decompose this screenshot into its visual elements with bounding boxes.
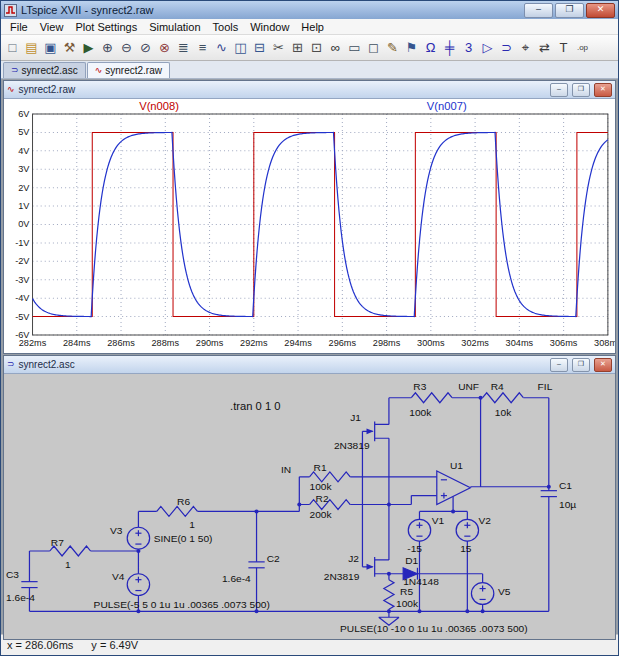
move-button[interactable]: ⌖ xyxy=(516,37,535,58)
menu-file[interactable]: File xyxy=(4,21,34,33)
run-button[interactable]: ▶ xyxy=(79,37,98,58)
menu-help[interactable]: Help xyxy=(295,21,330,33)
value-C1[interactable]: 10µ xyxy=(559,500,576,511)
voltage-source-V5[interactable] xyxy=(471,583,493,605)
value-R1[interactable]: 100k xyxy=(310,481,333,492)
value-V1[interactable]: -15 xyxy=(407,543,422,554)
value-V5[interactable]: PULSE(10 -10 0 1u 1u .00365 .0073 500) xyxy=(340,623,528,634)
label-C2[interactable]: C2 xyxy=(267,553,280,564)
value-R4[interactable]: 10k xyxy=(495,407,512,418)
menu-simulation[interactable]: Simulation xyxy=(143,21,206,33)
new-schematic-button[interactable]: □ xyxy=(3,37,22,58)
cut-button[interactable]: ✂ xyxy=(269,37,288,58)
component-button[interactable]: ⊃ xyxy=(497,37,516,58)
label-V3[interactable]: V3 xyxy=(110,525,123,536)
find-button[interactable]: ∞ xyxy=(326,37,345,58)
menu-window[interactable]: Window xyxy=(244,21,295,33)
capacitor-C2[interactable] xyxy=(248,562,264,568)
voltage-source-V3[interactable] xyxy=(127,527,149,549)
value-R6[interactable]: 1 xyxy=(189,519,195,530)
draw-wire-button[interactable]: ✎ xyxy=(383,37,402,58)
schematic-window-titlebar[interactable]: ⊃ synrect2.asc – ❐ ✕ xyxy=(4,356,615,374)
label-C3[interactable]: C3 xyxy=(6,569,19,580)
voltage-source-V1[interactable] xyxy=(408,519,430,541)
label-R2[interactable]: R2 xyxy=(316,493,329,504)
waveform-plot-area[interactable]: 282ms284ms286ms288ms290ms292ms294ms296ms… xyxy=(4,99,615,353)
schem-minimize-button[interactable]: – xyxy=(550,358,568,372)
label-R1[interactable]: R1 xyxy=(314,462,327,473)
value-D1[interactable]: 1N4148 xyxy=(403,576,439,587)
paste-button[interactable]: ⊡ xyxy=(307,37,326,58)
value-R2[interactable]: 200k xyxy=(310,509,333,520)
label-R3[interactable]: R3 xyxy=(413,381,426,392)
label-R5[interactable]: R5 xyxy=(400,587,413,598)
plot-minimize-button[interactable]: – xyxy=(550,83,568,97)
label-net-button[interactable]: ⚑ xyxy=(402,37,421,58)
schem-restore-button[interactable]: ❐ xyxy=(572,358,590,372)
print-preview-button[interactable]: ◻ xyxy=(364,37,383,58)
tab-synrect2.asc[interactable]: ⊃synrect2.asc xyxy=(3,62,86,78)
schematic-canvas-area[interactable]: .tran 0 1 0 R3 100k UNF R4 10k FIL J1 2N… xyxy=(4,374,615,639)
open-button[interactable]: ▤ xyxy=(22,37,41,58)
value-R5[interactable]: 100k xyxy=(396,598,419,609)
resistor-R3[interactable] xyxy=(411,393,452,403)
zoom-out-button[interactable]: ⊘ xyxy=(136,37,155,58)
legend-V(n008)[interactable]: V(n008) xyxy=(139,100,179,112)
capacitor-C3[interactable] xyxy=(21,582,37,588)
label-D1[interactable]: D1 xyxy=(405,555,418,566)
print-button[interactable]: ▭ xyxy=(345,37,364,58)
capacitor-C1[interactable] xyxy=(541,491,557,497)
net-label-UNF[interactable]: UNF xyxy=(458,381,479,392)
plot-restore-button[interactable]: ❐ xyxy=(572,83,590,97)
voltage-source-V4[interactable] xyxy=(127,574,149,596)
label-J1[interactable]: J1 xyxy=(350,413,361,424)
value-R3[interactable]: 100k xyxy=(409,407,432,418)
resistor-R5[interactable] xyxy=(384,580,394,610)
value-C3[interactable]: 1.6e-4 xyxy=(6,593,35,604)
value-C2[interactable]: 1.6e-4 xyxy=(222,573,251,584)
tile-horizontal-button[interactable]: ⊟ xyxy=(250,37,269,58)
maximize-button[interactable]: ❐ xyxy=(555,3,584,18)
schem-close-button[interactable]: ✕ xyxy=(594,358,612,372)
label-J2[interactable]: J2 xyxy=(348,553,359,564)
waveform-plot-canvas[interactable]: 282ms284ms286ms288ms290ms292ms294ms296ms… xyxy=(4,99,615,353)
close-button[interactable]: ✕ xyxy=(586,3,615,18)
resistor-R4[interactable] xyxy=(483,393,524,403)
control-panel-button[interactable]: ⚒ xyxy=(60,37,79,58)
label-U1[interactable]: U1 xyxy=(450,460,463,471)
value-V2[interactable]: 15 xyxy=(460,543,472,554)
text-button[interactable]: T xyxy=(554,37,573,58)
label-R7[interactable]: R7 xyxy=(51,537,64,548)
resistor-button[interactable]: Ω xyxy=(421,37,440,58)
capacitor-button[interactable]: ╪ xyxy=(440,37,459,58)
copy-button[interactable]: ⊞ xyxy=(288,37,307,58)
label-R4[interactable]: R4 xyxy=(491,381,504,392)
legend-V(n007)[interactable]: V(n007) xyxy=(427,100,467,112)
plot-close-button[interactable]: ✕ xyxy=(594,83,612,97)
minimize-button[interactable]: – xyxy=(524,3,553,18)
label-V5[interactable]: V5 xyxy=(498,587,511,598)
label-V1[interactable]: V1 xyxy=(432,515,445,526)
menu-view[interactable]: View xyxy=(34,21,70,33)
resistor-R6[interactable] xyxy=(157,507,198,517)
spice-directive-button[interactable]: .op xyxy=(573,37,592,58)
jfet-J1[interactable] xyxy=(367,428,374,434)
value-V4[interactable]: PULSE(-5 5 0 1u 1u .00365 .0073 500) xyxy=(94,599,270,610)
inductor-button[interactable]: 3 xyxy=(459,37,478,58)
value-J1[interactable]: 2N3819 xyxy=(334,440,370,451)
schematic-wires[interactable] xyxy=(29,398,548,625)
error-log-button[interactable]: ≡ xyxy=(193,37,212,58)
value-J2[interactable]: 2N3819 xyxy=(324,571,360,582)
jfet-J2[interactable] xyxy=(367,564,374,570)
voltage-source-V2[interactable] xyxy=(456,519,478,541)
plot-settings-button[interactable]: ∿ xyxy=(212,37,231,58)
zoom-in-button[interactable]: ⊕ xyxy=(98,37,117,58)
diode-button[interactable]: ▷ xyxy=(478,37,497,58)
schematic-canvas[interactable]: .tran 0 1 0 R3 100k UNF R4 10k FIL J1 2N… xyxy=(4,374,615,639)
tab-synrect2.raw[interactable]: ∿synrect2.raw xyxy=(87,62,170,78)
directive-text[interactable]: .tran 0 1 0 xyxy=(230,400,280,412)
menu-plot-settings[interactable]: Plot Settings xyxy=(69,21,143,33)
net-label-FIL[interactable]: FIL xyxy=(538,381,553,392)
zoom-back-button[interactable]: ⊖ xyxy=(117,37,136,58)
zoom-full-extents-button[interactable]: ⊗ xyxy=(155,37,174,58)
